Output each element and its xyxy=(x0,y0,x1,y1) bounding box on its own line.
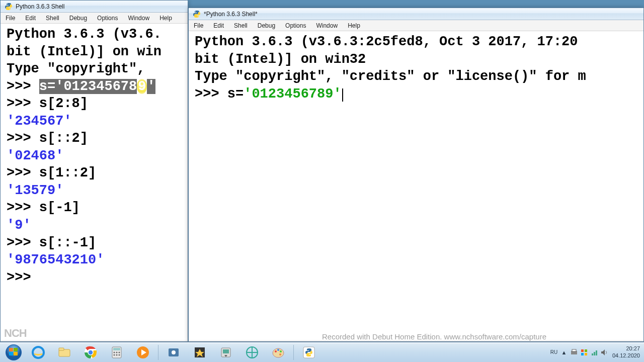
svg-point-27 xyxy=(172,350,176,354)
tray-flag-icon[interactable] xyxy=(580,348,588,356)
menu-options[interactable]: Options xyxy=(92,14,123,22)
taskbar-chrome[interactable] xyxy=(78,343,103,361)
text-cursor xyxy=(342,88,343,102)
svg-rect-41 xyxy=(572,349,576,351)
output-5: '9876543210' xyxy=(7,251,182,269)
menu-edit[interactable]: Edit xyxy=(20,14,41,22)
menu-help[interactable]: Help xyxy=(343,21,365,30)
taskbar-python[interactable] xyxy=(297,343,321,361)
shell-content-left[interactable]: Python 3.6.3 (v3.6. bit (Intel)] on win … xyxy=(1,24,188,341)
taskbar-wmp[interactable] xyxy=(131,343,155,361)
taskbar-paint[interactable] xyxy=(266,343,290,361)
header-line-3: Type "copyright", xyxy=(7,60,182,78)
svg-point-21 xyxy=(114,354,115,355)
taskbar-app-4[interactable] xyxy=(240,343,264,361)
menu-options[interactable]: Options xyxy=(280,21,311,30)
prompt-line-6: >>> s[::-1] xyxy=(7,234,182,252)
taskbar-app-1[interactable] xyxy=(162,343,186,361)
svg-point-37 xyxy=(280,350,282,352)
title-text: Python 3.6.3 Shell xyxy=(16,3,64,10)
svg-rect-45 xyxy=(585,353,587,355)
menu-debug[interactable]: Debug xyxy=(253,21,280,30)
prompt-line-2: >>> s[2:8] xyxy=(7,95,182,113)
svg-rect-7 xyxy=(14,348,18,351)
system-tray: RU ▲ 20:27 04.12.2020 xyxy=(550,345,644,358)
tray-volume-icon[interactable] xyxy=(600,348,608,356)
header-line-1: Python 3.6.3 (v3.6. xyxy=(7,26,182,43)
menu-file[interactable]: File xyxy=(189,21,208,30)
start-button[interactable] xyxy=(2,343,25,362)
menu-edit[interactable]: Edit xyxy=(208,21,229,30)
svg-rect-9 xyxy=(14,352,18,355)
svg-point-2 xyxy=(195,11,196,12)
title-text: *Python 3.6.3 Shell* xyxy=(204,11,258,18)
menu-window[interactable]: Window xyxy=(123,14,154,22)
svg-rect-42 xyxy=(581,349,584,352)
svg-point-38 xyxy=(279,353,281,355)
menu-debug[interactable]: Debug xyxy=(64,14,92,22)
svg-rect-44 xyxy=(581,353,584,355)
svg-rect-43 xyxy=(585,349,587,352)
menu-file[interactable]: File xyxy=(1,14,20,22)
svg-rect-17 xyxy=(113,348,120,350)
taskbar-app-2[interactable] xyxy=(188,343,212,361)
svg-point-23 xyxy=(119,354,120,355)
menu-help[interactable]: Help xyxy=(154,14,177,22)
taskbar-ie[interactable] xyxy=(26,343,50,361)
prompt-line-5: >>> s[-1] xyxy=(7,199,182,217)
titlebar-left[interactable]: Python 3.6.3 Shell xyxy=(1,1,188,13)
prompt-line-1: >>> s='0123456789' xyxy=(195,85,637,103)
shell-content-right[interactable]: Python 3.6.3 (v3.6.3:2c5fed8, Oct 3 2017… xyxy=(189,31,643,341)
svg-point-19 xyxy=(116,351,118,353)
taskbar-explorer[interactable] xyxy=(52,343,76,361)
menu-shell[interactable]: Shell xyxy=(41,14,64,22)
svg-rect-6 xyxy=(9,348,13,351)
svg-rect-12 xyxy=(59,348,64,350)
svg-point-35 xyxy=(275,350,277,352)
svg-rect-48 xyxy=(596,350,597,355)
taskbar-calc[interactable] xyxy=(105,343,129,361)
header-line-2: bit (Intel)] on win32 xyxy=(195,51,637,68)
titlebar-right[interactable]: *Python 3.6.3 Shell* xyxy=(189,8,643,20)
python-shell-window-left[interactable]: Python 3.6.3 Shell File Edit Shell Debug… xyxy=(0,0,188,342)
svg-point-22 xyxy=(116,354,118,355)
svg-point-18 xyxy=(114,351,115,353)
svg-point-10 xyxy=(33,347,44,358)
menubar-right: File Edit Shell Debug Options Window Hel… xyxy=(189,20,643,31)
python-shell-window-right[interactable]: *Python 3.6.3 Shell* File Edit Shell Deb… xyxy=(188,8,644,342)
python-icon xyxy=(193,10,201,18)
svg-rect-46 xyxy=(592,353,593,355)
menubar-left: File Edit Shell Debug Options Window Hel… xyxy=(1,13,188,24)
svg-rect-31 xyxy=(223,349,229,353)
tray-clock[interactable]: 20:27 04.12.2020 xyxy=(612,345,640,358)
header-line-3: Type "copyright", "credits" or "license(… xyxy=(195,68,637,85)
taskbar: RU ▲ 20:27 04.12.2020 xyxy=(0,342,644,362)
prompt-line-1: >>> s='0123456789' xyxy=(7,78,182,96)
output-4: '9' xyxy=(7,217,182,234)
watermark-text: Recorded with Debut Home Edition. www.nc… xyxy=(322,332,546,341)
svg-point-36 xyxy=(277,349,279,351)
tray-printer-icon[interactable] xyxy=(570,348,578,356)
svg-point-3 xyxy=(198,16,198,17)
svg-point-0 xyxy=(7,4,8,4)
output-3: '13579' xyxy=(7,182,182,200)
svg-point-1 xyxy=(10,9,10,9)
prompt-line-7: >>> xyxy=(7,269,182,287)
prompt-line-4: >>> s[1::2] xyxy=(7,164,182,182)
output-2: '02468' xyxy=(7,147,182,165)
taskbar-app-3[interactable] xyxy=(214,343,238,361)
python-icon xyxy=(5,3,13,11)
tray-network-icon[interactable] xyxy=(590,348,598,356)
svg-rect-8 xyxy=(9,352,13,355)
prompt-line-3: >>> s[::2] xyxy=(7,130,182,147)
tray-up-icon[interactable]: ▲ xyxy=(560,348,568,356)
svg-point-20 xyxy=(119,351,120,353)
output-1: '234567' xyxy=(7,113,182,130)
menu-shell[interactable]: Shell xyxy=(229,21,253,30)
svg-marker-49 xyxy=(601,349,605,355)
nch-logo: NCH xyxy=(4,327,27,340)
header-line-1: Python 3.6.3 (v3.6.3:2c5fed8, Oct 3 2017… xyxy=(195,33,637,51)
header-line-2: bit (Intel)] on win xyxy=(7,43,182,61)
menu-window[interactable]: Window xyxy=(311,21,343,30)
tray-lang[interactable]: RU xyxy=(550,348,558,356)
